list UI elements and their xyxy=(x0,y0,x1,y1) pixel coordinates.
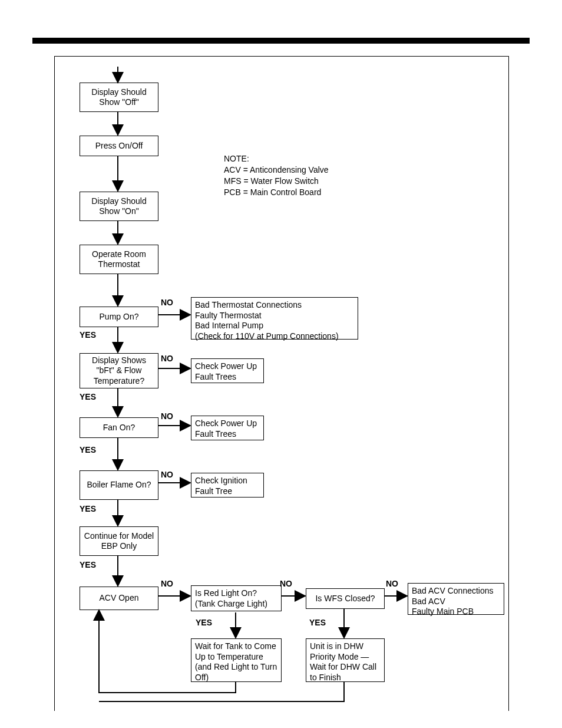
page: NOTE: ACV = Anticondensing Valve MFS = W… xyxy=(0,0,562,728)
connector-layer xyxy=(0,0,562,728)
